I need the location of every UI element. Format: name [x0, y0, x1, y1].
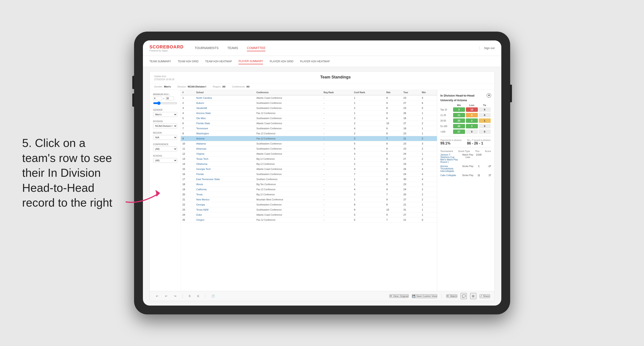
min-rounds-range: –	[153, 97, 177, 100]
conference-select[interactable]: (All)	[153, 147, 177, 151]
division-select[interactable]: NCAA Division I	[153, 124, 177, 128]
table-row[interactable]: 8 Washington Pac-12 Conference - 2 8 23 …	[181, 131, 437, 136]
cell-conference: Pac-12 Conference	[255, 131, 322, 136]
subnav-player-h2h-heatmap[interactable]: PLAYER H2H HEATMAP	[300, 59, 330, 64]
tournament-header: Tournament Event Type Pos Score	[440, 150, 491, 153]
main-content: Update time: 27/03/2024 16:56:26 Team St…	[143, 67, 501, 306]
cell-conf-rank: 3	[352, 192, 384, 197]
cell-win: 2	[420, 192, 437, 197]
cell-win: 3	[420, 141, 437, 146]
table-row[interactable]: 9 Arizona Pac-12 Conference - 3 7 21 2	[181, 136, 437, 141]
table-row[interactable]: 3 Vanderbilt Southeastern Conference - 2…	[181, 106, 437, 111]
cell-win: 4	[420, 167, 437, 172]
cell-conf-rank: 4	[352, 167, 384, 172]
table-row[interactable]: 1 North Carolina Atlantic Coast Conferen…	[181, 95, 437, 101]
table-row[interactable]: 4 Arizona State Pac-12 Conference - 1 9 …	[181, 111, 437, 116]
view-original-label: View: Original	[393, 295, 408, 297]
cell-win: 2	[420, 187, 437, 192]
undo-button[interactable]: ↩	[154, 294, 160, 298]
cell-rds: 7	[384, 192, 402, 197]
cell-school: North Carolina	[194, 95, 255, 101]
watch-button[interactable]: 👁 Watch	[446, 294, 457, 298]
wlt-row: 51-100 20 3 0	[440, 124, 491, 128]
region-filter-group: Region N/A	[153, 132, 177, 140]
cell-school: Texas	[194, 192, 255, 197]
table-row[interactable]: 5 Ole Miss Southeastern Conference - 3 6…	[181, 116, 437, 121]
cell-school: Arkansas	[194, 146, 255, 151]
col-rds: Rds	[384, 90, 402, 95]
cell-tour: 27	[402, 197, 420, 202]
redo-button[interactable]: ↪	[172, 294, 178, 298]
school-select[interactable]: (All)	[153, 158, 177, 163]
cell-win: 1	[420, 151, 437, 157]
copy-button[interactable]: ⎘	[187, 294, 192, 298]
cell-school: Georgia Tech	[194, 167, 255, 172]
subnav-team-h2h-grid[interactable]: TEAM H2H GRID	[178, 59, 198, 64]
tournament-row: Jackson T. Stephens Cup Men's Match-Play…	[440, 154, 491, 163]
min-rounds-max-input[interactable]	[165, 97, 174, 100]
min-rounds-input[interactable]	[153, 97, 162, 100]
undo2-button[interactable]: ↩	[163, 294, 169, 298]
nav-teams[interactable]: TEAMS	[228, 45, 238, 51]
subnav-team-summary[interactable]: TEAM SUMMARY	[150, 59, 171, 64]
content-card: Update time: 27/03/2024 16:56:26 Team St…	[150, 71, 495, 301]
sign-out[interactable]: Sign out	[480, 46, 495, 50]
table-row[interactable]: 2 Auburn Southeastern Conference - 1 9 2…	[181, 101, 437, 106]
comment-button[interactable]: 💬	[460, 293, 467, 299]
table-row[interactable]: 14 Oklahoma Big 12 Conference - 2 8 24 2	[181, 162, 437, 167]
table-row[interactable]: 6 Florida State Atlantic Coast Conferenc…	[181, 121, 437, 126]
table-row[interactable]: 19 California Pac-12 Conference - 4 8 24…	[181, 187, 437, 192]
region-select[interactable]: N/A	[153, 135, 177, 140]
cell-reg-rank: -	[322, 177, 352, 182]
cell-win: 2	[420, 146, 437, 151]
clock-button[interactable]: 🕐	[210, 294, 216, 298]
table-row[interactable]: 7 Tennessee Southeastern Conference - 4 …	[181, 126, 437, 131]
right-panel-team: University of Arizona	[440, 99, 491, 102]
cell-rds: 9	[384, 182, 402, 187]
cell-conference: Atlantic Coast Conference	[255, 167, 322, 172]
paste-button[interactable]: ⎗	[196, 294, 201, 298]
nav-committee[interactable]: COMMITTEE	[247, 45, 266, 51]
grid-button[interactable]: ⊞	[470, 293, 476, 299]
tour-score-header: Score	[485, 150, 491, 153]
cell-reg-rank: -	[322, 151, 352, 157]
cell-conf-rank: 5	[352, 217, 384, 222]
close-button[interactable]: ✕	[487, 93, 491, 98]
table-row[interactable]: 11 Arkansas Southeastern Conference - 6 …	[181, 146, 437, 151]
subnav-player-summary[interactable]: PLAYER SUMMARY	[238, 59, 263, 64]
cell-school: Arizona	[194, 136, 255, 141]
cell-conference: Pac-12 Conference	[255, 136, 322, 141]
min-rounds-slider[interactable]	[153, 101, 177, 105]
tour-name-header: Tournament	[440, 150, 453, 153]
table-row[interactable]: 23 Texas A&M Southeastern Conference - 9…	[181, 207, 437, 212]
table-row[interactable]: 24 Duke Atlantic Coast Conference - 5 9 …	[181, 212, 437, 217]
table-row[interactable]: 22 Georgia Southeastern Conference - 8 8…	[181, 202, 437, 207]
table-row[interactable]: 15 Georgia Tech Atlantic Coast Conferenc…	[181, 167, 437, 172]
table-row[interactable]: 20 Texas Big 12 Conference - 3 7 20 2	[181, 192, 437, 197]
sub-nav: TEAM SUMMARY TEAM H2H GRID TEAM H2H HEAT…	[143, 56, 501, 67]
subnav-team-h2h-heatmap[interactable]: TEAM H2H HEATMAP	[205, 59, 232, 64]
table-row[interactable]: 10 Alabama Southeastern Conference - 5 8…	[181, 141, 437, 146]
cell-rds: 7	[384, 136, 402, 141]
cell-tour: 23	[402, 146, 420, 151]
table-row[interactable]: 17 East Tennessee State Southern Confere…	[181, 177, 437, 182]
gender-select[interactable]: Men's Women's	[153, 112, 177, 117]
cell-school: Texas Tech	[194, 157, 255, 162]
tour-type-header: Event Type	[458, 150, 470, 153]
table-row[interactable]: 16 Florida Southeastern Conference - 7 9…	[181, 172, 437, 177]
share-button[interactable]: ↗ Share	[480, 294, 490, 298]
table-row[interactable]: 25 Oregon Pac-12 Conference - 5 7 21 0	[181, 217, 437, 222]
subnav-player-h2h-grid[interactable]: PLAYER H2H GRID	[270, 59, 293, 64]
tablet-screen: SCOREBOARD Powered by clippd TOURNAMENTS…	[143, 40, 501, 306]
cell-tour: 27	[402, 157, 420, 162]
table-row[interactable]: 21 New Mexico Mountain West Conference -…	[181, 197, 437, 202]
table-row[interactable]: 13 Texas Tech Big 12 Conference - 1 9 27…	[181, 157, 437, 162]
conference-filter-display: Conference: All	[232, 85, 250, 88]
nav-tournaments[interactable]: TOURNAMENTS	[195, 45, 218, 51]
save-custom-button[interactable]: 💾 Save Custom View	[412, 294, 437, 298]
cell-win: 1	[420, 131, 437, 136]
table-row[interactable]: 12 Virginia Atlantic Coast Conference - …	[181, 151, 437, 157]
standings-table: # School Conference Reg Rank Conf Rank R…	[181, 90, 437, 222]
table-row[interactable]: 18 Illinois Big Ten Conference - 1 9 23 …	[181, 182, 437, 187]
view-original-button[interactable]: 👁 View: Original	[389, 294, 408, 298]
